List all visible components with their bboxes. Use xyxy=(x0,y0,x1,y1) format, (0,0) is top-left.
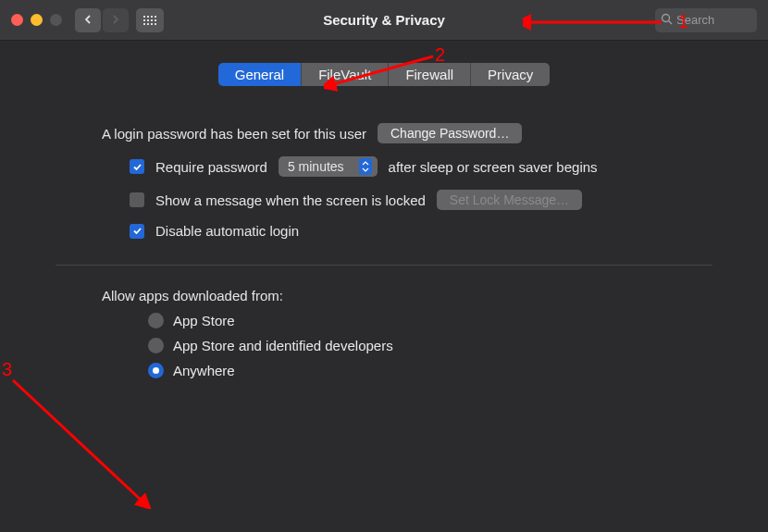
show-all-button[interactable] xyxy=(136,8,164,32)
divider xyxy=(56,265,712,266)
radio-button xyxy=(148,338,164,353)
radio-label: App Store xyxy=(173,313,235,328)
close-button[interactable] xyxy=(11,14,23,26)
show-message-row: Show a message when the screen is locked… xyxy=(102,190,712,210)
change-password-button[interactable]: Change Password… xyxy=(378,123,522,143)
set-lock-message-button[interactable]: Set Lock Message… xyxy=(437,190,582,210)
require-password-row: Require password 5 minutes after sleep o… xyxy=(102,156,712,177)
forward-button[interactable] xyxy=(103,8,129,32)
radio-label: App Store and identified developers xyxy=(173,338,393,353)
password-delay-select[interactable]: 5 minutes xyxy=(279,156,378,177)
require-password-suffix: after sleep or screen saver begins xyxy=(389,159,598,175)
svg-line-7 xyxy=(13,380,142,501)
minimize-button[interactable] xyxy=(31,14,43,26)
nav-buttons xyxy=(75,8,129,32)
radio-anywhere[interactable]: Anywhere xyxy=(148,363,712,378)
disable-auto-login-row: Disable automatic login xyxy=(102,223,712,239)
disable-auto-login-label: Disable automatic login xyxy=(155,223,299,239)
login-password-text: A login password has been set for this u… xyxy=(102,126,366,142)
annotation-arrow-3 xyxy=(7,375,155,509)
allow-apps-section: Allow apps downloaded from: App Store Ap… xyxy=(0,288,768,378)
traffic-lights xyxy=(11,14,62,26)
grid-icon xyxy=(143,16,156,25)
chevron-right-icon xyxy=(110,13,121,28)
window-title: Security & Privacy xyxy=(323,12,445,28)
login-password-row: A login password has been set for this u… xyxy=(102,123,712,143)
disable-auto-login-checkbox[interactable] xyxy=(130,224,144,239)
content-area: General FileVault Firewall Privacy A log… xyxy=(0,41,768,378)
stepper-icon xyxy=(359,158,372,175)
allow-apps-radio-group: App Store App Store and identified devel… xyxy=(102,313,712,378)
svg-line-1 xyxy=(669,20,673,24)
password-delay-value: 5 minutes xyxy=(288,159,344,174)
tab-general[interactable]: General xyxy=(218,63,302,86)
tab-filevault[interactable]: FileVault xyxy=(302,63,389,86)
radio-button xyxy=(148,313,164,328)
login-section: A login password has been set for this u… xyxy=(0,123,768,239)
search-input[interactable]: Search xyxy=(655,8,757,32)
titlebar: Security & Privacy Search xyxy=(0,0,768,41)
show-message-checkbox[interactable] xyxy=(130,192,144,207)
require-password-checkbox[interactable] xyxy=(130,159,144,174)
radio-label: Anywhere xyxy=(173,363,235,378)
svg-point-0 xyxy=(663,14,670,21)
tab-firewall[interactable]: Firewall xyxy=(389,63,471,86)
radio-app-store-identified[interactable]: App Store and identified developers xyxy=(148,338,712,353)
tab-bar: General FileVault Firewall Privacy xyxy=(0,63,768,86)
chevron-left-icon xyxy=(82,13,93,28)
search-icon xyxy=(661,13,673,28)
radio-button xyxy=(148,363,164,378)
search-placeholder: Search xyxy=(676,13,714,27)
allow-apps-label: Allow apps downloaded from: xyxy=(102,288,283,303)
allow-apps-label-row: Allow apps downloaded from: xyxy=(102,288,712,303)
show-message-label: Show a message when the screen is locked xyxy=(155,192,426,208)
tab-privacy[interactable]: Privacy xyxy=(471,63,550,86)
check-icon xyxy=(132,223,142,239)
radio-app-store[interactable]: App Store xyxy=(148,313,712,328)
maximize-button[interactable] xyxy=(50,14,62,26)
require-password-label: Require password xyxy=(155,159,267,175)
check-icon xyxy=(132,159,142,175)
back-button[interactable] xyxy=(75,8,101,32)
preferences-window: Security & Privacy Search General FileVa… xyxy=(0,0,768,532)
